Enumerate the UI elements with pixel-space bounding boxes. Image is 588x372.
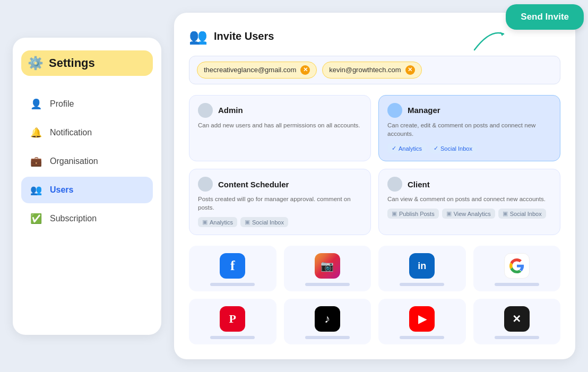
role-card-admin[interactable]: Admin Can add new users and has all perm… xyxy=(189,95,371,161)
sidebar-item-label: Organisation xyxy=(50,157,98,166)
settings-icon: ⚙️ xyxy=(28,56,44,71)
social-line-pinterest xyxy=(210,336,255,339)
send-invite-button[interactable]: Send Invite xyxy=(506,4,584,30)
role-desc-admin: Can add new users and has all permission… xyxy=(198,121,362,129)
instagram-icon: 📷 xyxy=(315,253,340,279)
check-icon-client-social: ▣ xyxy=(503,210,508,217)
role-badges-content-scheduler: ▣ Analytics ▣ Social Inbox xyxy=(198,217,362,227)
social-card-pinterest[interactable]: P xyxy=(189,299,276,344)
social-line-linkedin xyxy=(400,283,444,286)
sidebar-item-organisation[interactable]: 💼 Organisation xyxy=(21,148,153,175)
social-line-tiktok xyxy=(305,336,350,339)
arrow-decoration xyxy=(469,23,512,55)
badge-analytics-manager: ✓ Analytics xyxy=(387,143,426,153)
role-name-content-scheduler: Content Scheduler xyxy=(218,180,289,189)
facebook-icon: f xyxy=(220,253,245,279)
subscription-icon: ✅ xyxy=(30,213,42,224)
sidebar-item-notification[interactable]: 🔔 Notification xyxy=(21,119,153,146)
check-icon-view-analytics: ▣ xyxy=(446,210,452,217)
role-card-client[interactable]: Client Can view & comment on posts and c… xyxy=(378,169,560,235)
social-card-youtube[interactable]: ▶ xyxy=(378,299,466,344)
role-card-header-content-scheduler: Content Scheduler xyxy=(198,177,362,192)
badge-social-inbox-client: ▣ Social Inbox xyxy=(498,209,546,219)
social-line-twitter xyxy=(495,336,539,339)
badge-publish-client: ▣ Publish Posts xyxy=(387,209,439,219)
check-icon-analytics: ✓ xyxy=(392,145,396,152)
social-grid: f 📷 in P xyxy=(189,246,560,344)
badge-social-inbox-manager: ✓ Social Inbox xyxy=(429,143,477,153)
social-line-google xyxy=(495,283,539,286)
role-name-client: Client xyxy=(408,180,430,189)
google-icon xyxy=(504,253,530,279)
role-card-header-admin: Admin xyxy=(198,103,362,118)
role-badges-manager: ✓ Analytics ✓ Social Inbox xyxy=(387,143,551,153)
main-panel: Send Invite 👥 Invite Users thecreativegl… xyxy=(174,13,575,359)
role-card-header-manager: Manager xyxy=(387,103,551,118)
check-icon-cs-analytics: ▣ xyxy=(202,219,207,226)
social-card-linkedin[interactable]: in xyxy=(378,246,466,291)
remove-email-0[interactable]: ✕ xyxy=(300,65,310,75)
role-card-header-client: Client xyxy=(387,177,551,192)
sidebar: ⚙️ Settings 👤 Profile 🔔 Notification 💼 O… xyxy=(13,38,161,335)
pinterest-icon: P xyxy=(220,306,245,332)
role-desc-manager: Can create, edit & comment on posts and … xyxy=(387,121,551,138)
sidebar-header: ⚙️ Settings xyxy=(21,50,153,76)
remove-email-1[interactable]: ✕ xyxy=(405,65,415,75)
youtube-icon: ▶ xyxy=(409,306,435,332)
check-icon-cs-social: ▣ xyxy=(245,219,250,226)
sidebar-item-label: Users xyxy=(50,185,73,195)
svg-marker-0 xyxy=(500,32,504,36)
tiktok-icon: ♪ xyxy=(315,306,340,332)
role-card-content-scheduler[interactable]: Content Scheduler Posts created will go … xyxy=(189,169,371,235)
social-card-facebook[interactable]: f xyxy=(189,246,276,291)
social-line-instagram xyxy=(305,283,350,286)
role-badges-client: ▣ Publish Posts ▣ View Analytics ▣ Socia… xyxy=(387,209,551,219)
badge-analytics-cs: ▣ Analytics xyxy=(198,217,237,227)
role-name-admin: Admin xyxy=(218,106,243,115)
sidebar-item-subscription[interactable]: ✅ Subscription xyxy=(21,205,153,232)
role-dot-manager xyxy=(387,103,402,118)
social-card-twitter[interactable]: ✕ xyxy=(473,299,561,344)
email-tag-0: thecreativeglance@gmail.com ✕ xyxy=(197,62,317,79)
role-desc-content-scheduler: Posts created will go for manager approv… xyxy=(198,195,362,212)
users-icon: 👥 xyxy=(30,184,42,196)
badge-social-inbox-cs: ▣ Social Inbox xyxy=(240,217,288,227)
email-tags-row[interactable]: thecreativeglance@gmail.com ✕ kevin@grow… xyxy=(189,56,560,84)
role-dot-client xyxy=(387,177,402,192)
social-card-tiktok[interactable]: ♪ xyxy=(284,299,371,344)
role-dot-content-scheduler xyxy=(198,177,213,192)
twitter-x-icon: ✕ xyxy=(504,306,530,332)
role-name-manager: Manager xyxy=(408,106,440,115)
linkedin-icon: in xyxy=(409,253,435,279)
social-card-google[interactable] xyxy=(473,246,561,291)
sidebar-title: Settings xyxy=(49,56,95,70)
profile-icon: 👤 xyxy=(30,98,42,110)
notification-icon: 🔔 xyxy=(30,127,42,139)
sidebar-item-label: Subscription xyxy=(50,214,97,223)
page-title: Invite Users xyxy=(214,30,274,42)
email-tag-1: kevin@growthtech.com ✕ xyxy=(322,62,421,79)
check-icon-publish: ▣ xyxy=(392,210,397,217)
sidebar-item-label: Profile xyxy=(50,99,74,109)
invite-users-icon: 👥 xyxy=(189,28,207,45)
email-address-0: thecreativeglance@gmail.com xyxy=(204,66,296,74)
check-icon-social: ✓ xyxy=(434,145,438,152)
email-address-1: kevin@growthtech.com xyxy=(329,66,401,74)
social-line-youtube xyxy=(400,336,444,339)
sidebar-item-profile[interactable]: 👤 Profile xyxy=(21,91,153,117)
badge-view-analytics-client: ▣ View Analytics xyxy=(442,209,495,219)
sidebar-item-users[interactable]: 👥 Users xyxy=(21,177,153,203)
role-card-manager[interactable]: Manager Can create, edit & comment on po… xyxy=(378,95,560,161)
social-card-instagram[interactable]: 📷 xyxy=(284,246,371,291)
role-desc-client: Can view & comment on posts and connect … xyxy=(387,195,551,203)
social-line-facebook xyxy=(210,283,255,286)
organisation-icon: 💼 xyxy=(30,155,42,167)
roles-grid: Admin Can add new users and has all perm… xyxy=(189,95,560,235)
role-dot-admin xyxy=(198,103,213,118)
sidebar-item-label: Notification xyxy=(50,128,92,137)
